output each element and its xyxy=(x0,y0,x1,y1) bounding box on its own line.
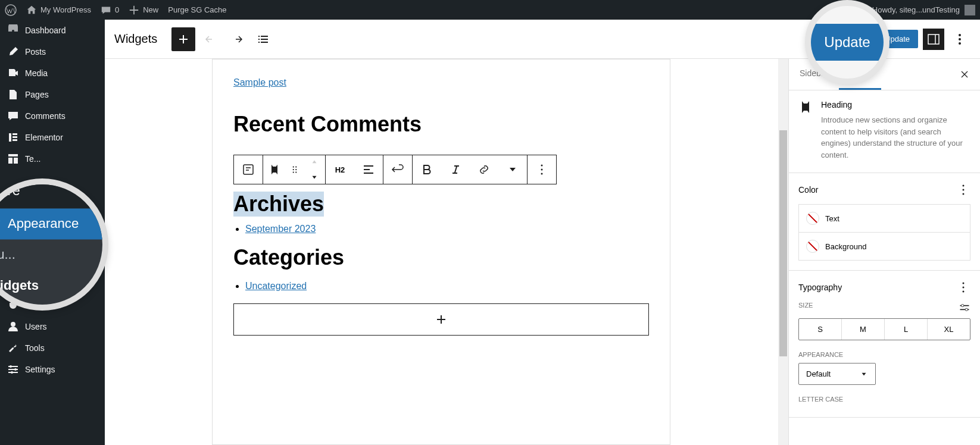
sidebar-item-comments[interactable]: Comments xyxy=(0,105,105,127)
update-bubble: Update xyxy=(811,24,883,61)
lens-appearance[interactable]: Appearance xyxy=(0,209,108,240)
sidebar-item-tools[interactable]: Tools xyxy=(0,337,105,359)
heading-icon xyxy=(798,100,813,114)
size-s[interactable]: S xyxy=(799,319,841,340)
archives-heading-selected[interactable]: Archives xyxy=(233,192,324,217)
block-toolbar: H2 xyxy=(233,155,557,184)
redo-button[interactable] xyxy=(226,29,248,50)
sidebar-label: Dashboard xyxy=(25,26,66,35)
editor-title: Widgets xyxy=(114,32,157,46)
color-bg-label: Background xyxy=(825,242,866,251)
settings-panel-button[interactable] xyxy=(923,29,944,50)
svg-rect-2 xyxy=(9,133,11,142)
typography-options-button[interactable] xyxy=(956,280,970,294)
lens-customize[interactable]: Cu... xyxy=(0,240,108,271)
editor-canvas: Sample post Recent Comments H2 xyxy=(105,59,788,445)
block-type-button[interactable] xyxy=(234,155,263,184)
add-block-button[interactable] xyxy=(171,27,195,51)
bold-button[interactable] xyxy=(413,155,441,184)
typography-section: Typography SIZE S M L XL APPEARANCE Defa… xyxy=(789,271,980,418)
sidebar-label: Comments xyxy=(25,111,65,121)
color-text-label: Text xyxy=(825,214,839,223)
drag-handle[interactable] xyxy=(286,155,304,184)
site-name-label: My WordPress xyxy=(40,5,91,14)
purge-cache[interactable]: Purge SG Cache xyxy=(163,0,231,20)
svg-point-18 xyxy=(959,34,961,36)
svg-rect-6 xyxy=(8,154,18,156)
new-content[interactable]: New xyxy=(124,0,163,20)
undo-button[interactable] xyxy=(200,29,221,50)
svg-rect-31 xyxy=(364,169,370,170)
appearance-select[interactable]: Default xyxy=(798,363,876,385)
sidebar-label: Users xyxy=(25,322,47,331)
comments-count[interactable]: 0 xyxy=(96,0,124,20)
remove-area-button[interactable] xyxy=(263,155,286,184)
site-name[interactable]: My WordPress xyxy=(21,0,96,20)
svg-point-35 xyxy=(541,173,543,175)
sidebar-item-media[interactable]: Media xyxy=(0,62,105,84)
svg-point-19 xyxy=(959,38,961,40)
more-rich-text-button[interactable] xyxy=(498,155,527,184)
svg-point-26 xyxy=(293,169,294,170)
list-view-button[interactable] xyxy=(252,29,274,50)
color-section: Color Text Background xyxy=(789,173,980,271)
move-up-button[interactable] xyxy=(304,155,325,170)
sidebar-item-posts[interactable]: Posts xyxy=(0,41,105,62)
size-xl[interactable]: XL xyxy=(927,319,970,340)
add-block-appender[interactable] xyxy=(233,303,649,336)
sidebar-label: Pages xyxy=(25,90,49,99)
svg-point-27 xyxy=(295,169,297,170)
color-text-row[interactable]: Text xyxy=(798,204,970,233)
sidebar-item-templates[interactable]: Te... xyxy=(0,148,105,170)
heading-level-button[interactable]: H2 xyxy=(326,155,354,184)
sample-post-link[interactable]: Sample post xyxy=(233,77,286,87)
svg-point-24 xyxy=(293,166,294,167)
purge-label: Purge SG Cache xyxy=(168,5,226,14)
appearance-label: APPEARANCE xyxy=(798,351,843,358)
svg-point-14 xyxy=(14,368,17,371)
sidebar-item-elementor[interactable]: Elementor xyxy=(0,127,105,148)
sidebar-item-settings[interactable]: Settings xyxy=(0,359,105,380)
sidebar-item-dashboard[interactable]: Dashboard xyxy=(0,20,105,41)
sidebar-label: Te... xyxy=(25,154,40,164)
svg-point-9 xyxy=(11,322,15,327)
align-button[interactable] xyxy=(354,155,383,184)
sidebar-label: Posts xyxy=(25,47,46,57)
insert-before-button[interactable] xyxy=(383,155,412,184)
svg-point-39 xyxy=(963,283,965,284)
sidebar-item-pages[interactable]: Pages xyxy=(0,84,105,105)
color-options-button[interactable] xyxy=(956,183,970,197)
color-swatch-icon xyxy=(806,240,819,253)
svg-point-13 xyxy=(10,365,12,368)
svg-point-37 xyxy=(963,189,965,191)
svg-point-34 xyxy=(541,169,543,171)
archive-link[interactable]: September 2023 xyxy=(245,224,316,234)
sidebar-label: Elementor xyxy=(25,133,63,142)
size-settings-icon[interactable] xyxy=(959,302,970,314)
italic-button[interactable] xyxy=(441,155,470,184)
svg-point-15 xyxy=(11,371,13,374)
color-bg-row[interactable]: Background xyxy=(798,233,970,261)
svg-rect-32 xyxy=(364,173,373,174)
recent-comments-heading: Recent Comments xyxy=(233,112,649,137)
close-panel-button[interactable] xyxy=(949,59,980,90)
wp-logo[interactable] xyxy=(0,0,21,20)
user-avatar[interactable] xyxy=(965,5,975,15)
move-down-button[interactable] xyxy=(304,170,325,184)
more-options-button[interactable] xyxy=(949,29,970,50)
typography-title: Typography xyxy=(798,283,842,292)
size-label: SIZE xyxy=(798,302,813,314)
canvas-scrollbar[interactable] xyxy=(778,59,788,445)
block-info-title: Heading xyxy=(821,100,970,109)
svg-point-1 xyxy=(12,30,14,32)
howdy-text[interactable]: Howdy, siteg...undTesting xyxy=(872,5,960,14)
appearance-value: Default xyxy=(806,369,831,378)
sidebar-item-users[interactable]: Users xyxy=(0,316,105,337)
svg-point-36 xyxy=(963,185,965,187)
category-link[interactable]: Uncategorized xyxy=(245,281,307,291)
link-button[interactable] xyxy=(470,155,498,184)
size-l[interactable]: L xyxy=(884,319,927,340)
size-m[interactable]: M xyxy=(841,319,884,340)
block-options-button[interactable] xyxy=(528,155,556,184)
svg-rect-16 xyxy=(928,35,939,44)
